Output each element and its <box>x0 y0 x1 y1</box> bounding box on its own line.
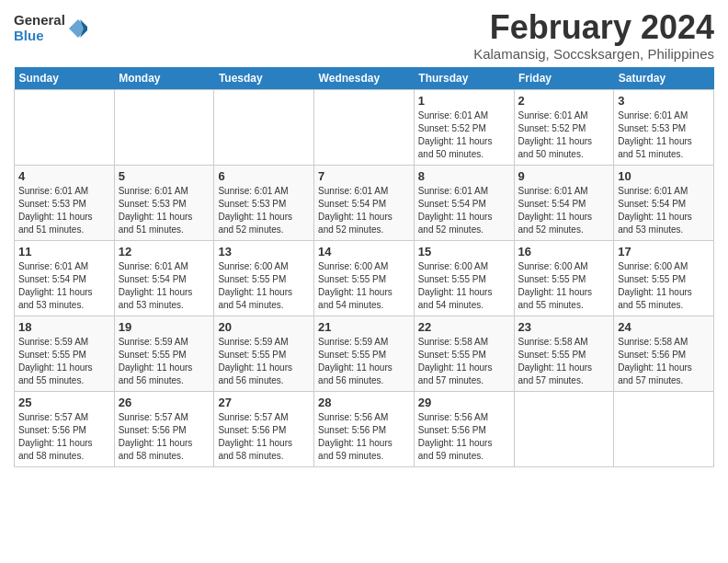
calendar-cell: 26Sunrise: 5:57 AMSunset: 5:56 PMDayligh… <box>114 391 214 466</box>
day-info: Sunrise: 6:01 AMSunset: 5:53 PMDaylight:… <box>618 109 710 161</box>
header-day-tuesday: Tuesday <box>214 67 314 90</box>
calendar-table: SundayMondayTuesdayWednesdayThursdayFrid… <box>14 67 714 467</box>
calendar-cell: 17Sunrise: 6:00 AMSunset: 5:55 PMDayligh… <box>614 240 714 316</box>
header-day-friday: Friday <box>514 67 614 90</box>
day-info: Sunrise: 5:57 AMSunset: 5:56 PMDaylight:… <box>218 411 310 463</box>
day-number: 12 <box>119 245 210 259</box>
calendar-cell <box>114 89 214 165</box>
day-info: Sunrise: 6:01 AMSunset: 5:54 PMDaylight:… <box>318 185 410 236</box>
day-number: 18 <box>18 320 110 334</box>
day-number: 3 <box>618 94 710 108</box>
calendar-cell: 21Sunrise: 5:59 AMSunset: 5:55 PMDayligh… <box>314 316 415 391</box>
day-number: 15 <box>418 245 510 259</box>
day-info: Sunrise: 6:01 AMSunset: 5:54 PMDaylight:… <box>119 260 210 312</box>
day-info: Sunrise: 6:00 AMSunset: 5:55 PMDaylight:… <box>618 260 710 312</box>
day-number: 9 <box>518 169 610 183</box>
calendar-week-4: 18Sunrise: 5:59 AMSunset: 5:55 PMDayligh… <box>15 316 714 391</box>
day-number: 4 <box>18 169 110 183</box>
day-number: 20 <box>218 320 310 334</box>
day-info: Sunrise: 6:00 AMSunset: 5:55 PMDaylight:… <box>218 260 310 312</box>
month-title: February 2024 <box>473 9 714 46</box>
calendar-cell: 25Sunrise: 5:57 AMSunset: 5:56 PMDayligh… <box>15 391 115 466</box>
calendar-week-1: 1Sunrise: 6:01 AMSunset: 5:52 PMDaylight… <box>15 89 714 165</box>
day-info: Sunrise: 5:58 AMSunset: 5:55 PMDaylight:… <box>518 336 610 387</box>
logo-general: General <box>14 13 65 29</box>
day-info: Sunrise: 5:59 AMSunset: 5:55 PMDaylight:… <box>218 336 310 387</box>
calendar-cell: 11Sunrise: 6:01 AMSunset: 5:54 PMDayligh… <box>15 240 115 316</box>
day-number: 27 <box>218 396 310 409</box>
logo-blue: Blue <box>14 29 65 44</box>
calendar-cell: 16Sunrise: 6:00 AMSunset: 5:55 PMDayligh… <box>514 240 614 316</box>
calendar-cell: 14Sunrise: 6:00 AMSunset: 5:55 PMDayligh… <box>314 240 415 316</box>
day-number: 19 <box>119 320 210 334</box>
day-number: 10 <box>618 169 710 183</box>
day-number: 8 <box>418 169 510 183</box>
day-number: 23 <box>518 320 610 334</box>
day-number: 1 <box>418 94 510 108</box>
day-number: 13 <box>218 245 310 259</box>
day-info: Sunrise: 6:01 AMSunset: 5:54 PMDaylight:… <box>518 185 610 236</box>
day-number: 24 <box>618 320 710 334</box>
day-info: Sunrise: 6:01 AMSunset: 5:52 PMDaylight:… <box>418 109 510 161</box>
day-info: Sunrise: 6:01 AMSunset: 5:53 PMDaylight:… <box>18 185 110 236</box>
header-day-monday: Monday <box>114 67 214 90</box>
calendar-cell: 24Sunrise: 5:58 AMSunset: 5:56 PMDayligh… <box>614 316 714 391</box>
day-info: Sunrise: 5:56 AMSunset: 5:56 PMDaylight:… <box>318 411 410 463</box>
day-info: Sunrise: 6:01 AMSunset: 5:53 PMDaylight:… <box>119 185 210 236</box>
calendar-cell: 18Sunrise: 5:59 AMSunset: 5:55 PMDayligh… <box>15 316 115 391</box>
day-info: Sunrise: 5:57 AMSunset: 5:56 PMDaylight:… <box>119 411 210 463</box>
calendar-cell: 12Sunrise: 6:01 AMSunset: 5:54 PMDayligh… <box>114 240 214 316</box>
day-info: Sunrise: 5:56 AMSunset: 5:56 PMDaylight:… <box>418 411 510 463</box>
day-info: Sunrise: 5:59 AMSunset: 5:55 PMDaylight:… <box>318 336 410 387</box>
day-number: 28 <box>318 396 410 409</box>
day-number: 7 <box>318 169 410 183</box>
header-day-wednesday: Wednesday <box>314 67 415 90</box>
calendar-cell: 8Sunrise: 6:01 AMSunset: 5:54 PMDaylight… <box>414 165 514 240</box>
location-title: Kalamansig, Soccsksargen, Philippines <box>473 46 714 62</box>
day-number: 14 <box>318 245 410 259</box>
day-number: 17 <box>618 245 710 259</box>
day-number: 21 <box>318 320 410 334</box>
day-info: Sunrise: 5:57 AMSunset: 5:56 PMDaylight:… <box>18 411 110 463</box>
day-number: 29 <box>418 396 510 409</box>
calendar-cell: 20Sunrise: 5:59 AMSunset: 5:55 PMDayligh… <box>214 316 314 391</box>
day-info: Sunrise: 6:00 AMSunset: 5:55 PMDaylight:… <box>418 260 510 312</box>
day-number: 25 <box>18 396 110 409</box>
calendar-cell: 10Sunrise: 6:01 AMSunset: 5:54 PMDayligh… <box>614 165 714 240</box>
calendar-cell: 27Sunrise: 5:57 AMSunset: 5:56 PMDayligh… <box>214 391 314 466</box>
calendar-cell: 9Sunrise: 6:01 AMSunset: 5:54 PMDaylight… <box>514 165 614 240</box>
calendar-cell: 22Sunrise: 5:58 AMSunset: 5:55 PMDayligh… <box>414 316 514 391</box>
day-info: Sunrise: 6:00 AMSunset: 5:55 PMDaylight:… <box>518 260 610 312</box>
day-number: 5 <box>119 169 210 183</box>
day-number: 22 <box>418 320 510 334</box>
header: General Blue February 2024 Kalamansig, S… <box>14 9 714 62</box>
header-day-thursday: Thursday <box>414 67 514 90</box>
calendar-cell <box>614 391 714 466</box>
calendar-cell: 7Sunrise: 6:01 AMSunset: 5:54 PMDaylight… <box>314 165 415 240</box>
day-number: 11 <box>18 245 110 259</box>
day-info: Sunrise: 5:58 AMSunset: 5:55 PMDaylight:… <box>418 336 510 387</box>
logo: General Blue <box>14 13 89 43</box>
calendar-cell <box>15 89 115 165</box>
calendar-cell <box>514 391 614 466</box>
calendar-body: 1Sunrise: 6:01 AMSunset: 5:52 PMDaylight… <box>15 89 714 466</box>
calendar-cell <box>214 89 314 165</box>
calendar-week-2: 4Sunrise: 6:01 AMSunset: 5:53 PMDaylight… <box>15 165 714 240</box>
day-info: Sunrise: 6:01 AMSunset: 5:54 PMDaylight:… <box>618 185 710 236</box>
day-info: Sunrise: 5:58 AMSunset: 5:56 PMDaylight:… <box>618 336 710 387</box>
header-day-saturday: Saturday <box>614 67 714 90</box>
day-number: 6 <box>218 169 310 183</box>
day-number: 16 <box>518 245 610 259</box>
day-info: Sunrise: 6:01 AMSunset: 5:54 PMDaylight:… <box>18 260 110 312</box>
calendar-cell: 28Sunrise: 5:56 AMSunset: 5:56 PMDayligh… <box>314 391 415 466</box>
header-row: SundayMondayTuesdayWednesdayThursdayFrid… <box>15 67 714 90</box>
day-info: Sunrise: 5:59 AMSunset: 5:55 PMDaylight:… <box>119 336 210 387</box>
title-area: February 2024 Kalamansig, Soccsksargen, … <box>473 9 714 62</box>
day-info: Sunrise: 5:59 AMSunset: 5:55 PMDaylight:… <box>18 336 110 387</box>
calendar-cell <box>314 89 415 165</box>
calendar-cell: 13Sunrise: 6:00 AMSunset: 5:55 PMDayligh… <box>214 240 314 316</box>
day-info: Sunrise: 6:01 AMSunset: 5:54 PMDaylight:… <box>418 185 510 236</box>
calendar-cell: 23Sunrise: 5:58 AMSunset: 5:55 PMDayligh… <box>514 316 614 391</box>
calendar-cell: 2Sunrise: 6:01 AMSunset: 5:52 PMDaylight… <box>514 89 614 165</box>
calendar-week-3: 11Sunrise: 6:01 AMSunset: 5:54 PMDayligh… <box>15 240 714 316</box>
